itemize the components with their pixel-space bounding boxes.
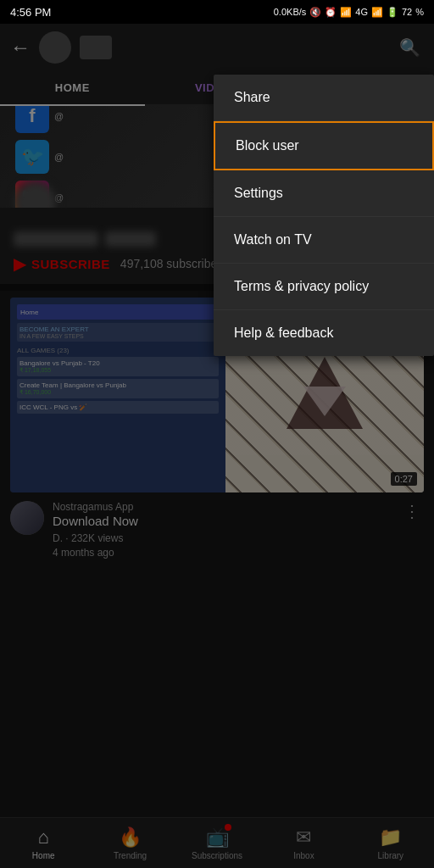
dropdown-menu: Share Block user Settings Watch on TV Te… <box>214 75 434 356</box>
dropdown-overlay[interactable]: Share Block user Settings Watch on TV Te… <box>0 24 434 868</box>
menu-item-terms[interactable]: Terms & privacy policy <box>214 264 434 310</box>
mute-icon: 🔇 <box>309 7 321 18</box>
battery-level: 72 <box>402 7 412 17</box>
battery-pct: % <box>415 7 424 17</box>
signal-label: 4G <box>355 7 368 17</box>
signal-icon: 📶 <box>340 7 352 18</box>
menu-item-block-user[interactable]: Block user <box>214 121 434 170</box>
battery-icon: 🔋 <box>387 7 398 18</box>
menu-item-settings[interactable]: Settings <box>214 170 434 217</box>
signal-icon2: 📶 <box>371 7 383 18</box>
network-speed: 0.0KB/s <box>274 7 307 17</box>
status-bar-left: 4:56 PM <box>10 6 51 19</box>
status-bar-right: 0.0KB/s 🔇 ⏰ 📶 4G 📶 🔋 72 % <box>274 7 424 18</box>
status-bar: 4:56 PM 0.0KB/s 🔇 ⏰ 📶 4G 📶 🔋 72 % <box>0 0 434 24</box>
alarm-icon: ⏰ <box>325 7 337 18</box>
status-time: 4:56 PM <box>10 6 51 19</box>
menu-item-help[interactable]: Help & feedback <box>214 310 434 356</box>
menu-item-watch-on-tv[interactable]: Watch on TV <box>214 217 434 264</box>
menu-item-share[interactable]: Share <box>214 75 434 121</box>
